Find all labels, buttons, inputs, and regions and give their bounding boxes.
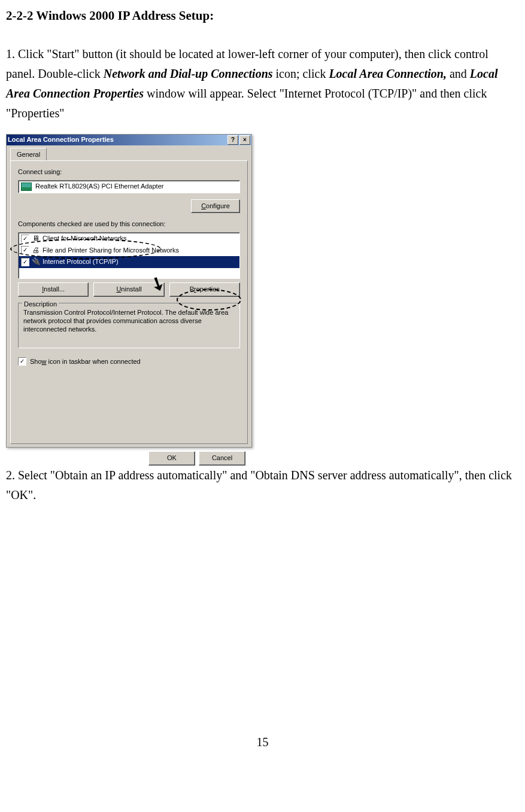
properties-u: r [194, 285, 196, 293]
dialog-title: Local Area Connection Properties [8, 135, 114, 145]
para1-bold-1: Network and Dial-up Connections [104, 67, 273, 80]
components-label: Components checked are used by this conn… [18, 219, 240, 230]
properties-button[interactable]: Properties [169, 282, 240, 297]
description-legend: Description [22, 299, 59, 310]
button-row: Install... Uninstall Properties [18, 282, 240, 297]
connect-using-label: Connect using: [18, 167, 240, 178]
client-icon: 🖥 [32, 235, 40, 243]
item-label: Client for Microsoft Networks [43, 233, 127, 244]
dialog-footer-buttons: OK Cancel [7, 448, 251, 470]
show-taskbar-label: Show icon in taskbar when connected [30, 357, 141, 367]
description-group: Description Transmission Control Protoco… [18, 303, 240, 348]
checkbox-icon[interactable]: ✓ [21, 235, 29, 243]
titlebar: Local Area Connection Properties ? × [7, 135, 251, 145]
nic-icon [21, 183, 32, 191]
uninstall-button[interactable]: Uninstall [93, 282, 164, 297]
uninstall-u: U [116, 285, 121, 293]
ok-button[interactable]: OK [148, 451, 195, 466]
help-button[interactable]: ? [227, 135, 238, 145]
tab-general[interactable]: General [10, 148, 47, 162]
install-button[interactable]: Install... [18, 282, 89, 297]
tab-panel: Connect using: Realtek RTL8029(AS) PCI E… [10, 160, 248, 444]
cancel-button[interactable]: Cancel [199, 451, 245, 466]
checkbox-icon[interactable]: ✓ [21, 258, 29, 266]
para1-text-b: icon; click [273, 67, 329, 80]
install-u: I [42, 285, 44, 293]
show-taskbar-row: ✓ Show icon in taskbar when connected [18, 357, 240, 367]
configure-button[interactable]: Configure [191, 199, 240, 214]
item-label: File and Printer Sharing for Microsoft N… [43, 245, 179, 256]
paragraph-2: 2. Select "Obtain an IP address automati… [6, 466, 519, 505]
configure-u: C [201, 202, 206, 209]
properties-dialog-screenshot: Local Area Connection Properties ? × Gen… [6, 134, 252, 448]
components-listbox[interactable]: ✓ 🖥 Client for Microsoft Networks ✓ 🖨 Fi… [18, 232, 240, 279]
show-taskbar-checkbox[interactable]: ✓ [18, 357, 26, 366]
list-item[interactable]: ✓ 🖥 Client for Microsoft Networks [19, 233, 239, 245]
description-text: Transmission Control Protocol/Internet P… [23, 308, 235, 334]
paragraph-1: 1. Click "Start" button (it should be lo… [6, 44, 519, 123]
tab-strip: General [7, 145, 251, 161]
show-u: w [42, 358, 47, 365]
protocol-icon: 🔌 [32, 258, 40, 266]
checkbox-icon[interactable]: ✓ [21, 246, 29, 254]
list-item-selected[interactable]: ✓ 🔌 Internet Protocol (TCP/IP) [19, 256, 239, 268]
page-number: 15 [6, 732, 519, 752]
show-pre: Sho [30, 358, 42, 365]
show-post: icon in taskbar when connected [47, 358, 141, 365]
share-icon: 🖨 [32, 246, 40, 254]
item-label: Internet Protocol (TCP/IP) [43, 257, 119, 267]
para1-bold-2: Local Area Connection, [329, 67, 446, 80]
close-button[interactable]: × [239, 135, 250, 145]
section-heading: 2-2-2 Windows 2000 IP Address Setup: [6, 6, 519, 26]
list-item[interactable]: ✓ 🖨 File and Printer Sharing for Microso… [19, 245, 239, 257]
adapter-box: Realtek RTL8029(AS) PCI Ethernet Adapter [18, 180, 240, 193]
para1-text-c: and [447, 67, 470, 80]
adapter-name: Realtek RTL8029(AS) PCI Ethernet Adapter [35, 181, 163, 192]
